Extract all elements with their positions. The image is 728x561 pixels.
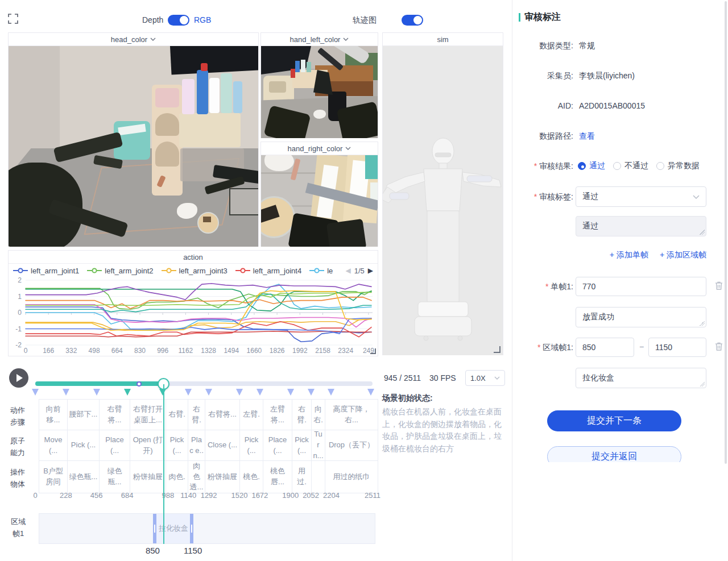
step-marker[interactable]: [328, 389, 334, 396]
legend-label: le: [327, 267, 333, 275]
chevron-down-icon: [494, 376, 500, 380]
speed-select[interactable]: 1.0X: [465, 370, 505, 386]
hand-left-header[interactable]: hand_left_color: [261, 33, 378, 46]
step-column-12[interactable]: 高度下降，右...Drop（丢下）用过的纸巾: [325, 400, 378, 493]
review-result-label: 审核结果:: [500, 161, 573, 172]
review-scrollbar[interactable]: [725, 1, 727, 464]
step-column-10[interactable]: 右臂.Pick (...用过.: [292, 400, 312, 493]
step-cell-skill: Place (...: [263, 430, 292, 461]
step-cell-skill: Drop（丢下）: [325, 430, 378, 461]
legend-next-icon[interactable]: ▶: [368, 267, 373, 275]
step-marker[interactable]: [236, 389, 243, 396]
delete-region-frame-icon[interactable]: [714, 342, 723, 351]
textarea-resize-icon[interactable]: [700, 230, 705, 235]
radio-selected-icon[interactable]: [578, 162, 586, 170]
step-column-7[interactable]: 右臂将...Close (...粉饼抽屉: [205, 400, 240, 493]
sim-header[interactable]: sim: [383, 33, 503, 46]
radio-icon[interactable]: [656, 162, 664, 170]
svg-text:2158: 2158: [315, 347, 330, 355]
step-marker[interactable]: [205, 389, 212, 396]
chevron-down-icon: [150, 38, 156, 41]
fullscreen-icon[interactable]: [8, 14, 18, 24]
step-cell-skill: Tur n...: [312, 430, 325, 461]
step-column-5[interactable]: 右臂.Pick (...肉色.: [166, 400, 188, 493]
review-title-accent: [519, 13, 520, 22]
step-column-4[interactable]: 右臂打开桌面上...Open (打开)粉饼抽屉: [130, 400, 166, 493]
radio-option-通过[interactable]: 通过: [578, 161, 605, 171]
legend-item-left_arm_joint4[interactable]: left_arm_joint4: [235, 267, 301, 275]
step-column-11[interactable]: 向右.Tur n...: [312, 400, 325, 493]
legend-item-le[interactable]: le: [309, 267, 333, 275]
delete-single-frame-icon[interactable]: [714, 281, 723, 290]
hand-right-video[interactable]: [261, 155, 378, 247]
region-end-input[interactable]: 1150: [648, 338, 706, 357]
submit-next-button[interactable]: 提交并下一条: [547, 410, 681, 431]
step-marker[interactable]: [287, 389, 294, 396]
review-tag-select[interactable]: 通过: [576, 186, 706, 207]
legend-item-left_arm_joint2[interactable]: left_arm_joint2: [87, 267, 153, 275]
region-frame-note[interactable]: 拉化妆盒: [576, 368, 706, 388]
add-frame-links: + 添加单帧 + 添加区域帧: [576, 250, 706, 260]
region-start-input[interactable]: 850: [576, 338, 634, 357]
radio-label: 通过: [589, 161, 605, 171]
region-track[interactable]: 拉化妆盒: [39, 513, 375, 544]
step-column-3[interactable]: 右臂将...Place (...绿色瓶...: [100, 400, 130, 493]
svg-text:-2: -2: [15, 341, 22, 349]
action-chart-plot[interactable]: 210-1-2016633249866483099611621328149416…: [9, 277, 378, 356]
legend-prev-icon[interactable]: ◀: [345, 267, 350, 275]
row-label-skill: 原子能力: [7, 435, 28, 459]
head-color-video[interactable]: [9, 46, 258, 247]
step-marker[interactable]: [32, 389, 39, 396]
radio-icon[interactable]: [613, 162, 621, 170]
powder-compact: [197, 212, 219, 234]
legend-marker-icon: [87, 268, 102, 273]
review-tag-note[interactable]: 通过: [576, 216, 706, 236]
step-column-2[interactable]: 腰部下...Pick (...绿色瓶...: [68, 400, 100, 493]
radio-option-异常数据[interactable]: 异常数据: [656, 161, 700, 171]
single-frame-note[interactable]: 放置成功: [576, 307, 706, 327]
tube-white: [301, 60, 305, 72]
data-path-link[interactable]: 查看: [579, 131, 595, 142]
depth-rgb-toggle[interactable]: [168, 15, 189, 26]
chart-legend: left_arm_joint1left_arm_joint2left_arm_j…: [9, 264, 378, 277]
svg-text:-1: -1: [15, 325, 22, 333]
frame-tick: 2511: [365, 491, 380, 500]
submit-back-button[interactable]: 提交并返回: [547, 446, 681, 462]
single-frame-input[interactable]: 770: [576, 277, 706, 296]
head-color-header[interactable]: head_color: [9, 33, 258, 46]
step-column-8[interactable]: 左臂.Pick (...桃色.: [240, 400, 263, 493]
radio-option-不通过[interactable]: 不通过: [613, 161, 648, 171]
sim-viewport[interactable]: [383, 46, 503, 355]
svg-text:1494: 1494: [224, 347, 239, 355]
playhead-line[interactable]: [163, 384, 164, 544]
step-marker[interactable]: [185, 389, 192, 396]
step-marker[interactable]: [367, 389, 374, 396]
hand-right-header[interactable]: hand_right_color: [261, 142, 378, 155]
tube-skyblue: [233, 81, 242, 113]
hand-left-video[interactable]: [261, 46, 378, 138]
step-column-6[interactable]: 右臂.Plac e..肉色透...: [188, 400, 205, 493]
submit-back-clip: 提交并返回: [547, 446, 681, 462]
svg-text:332: 332: [65, 347, 77, 355]
add-single-frame-link[interactable]: + 添加单帧: [610, 250, 648, 260]
step-marker[interactable]: [257, 389, 263, 396]
step-column-9[interactable]: 左臂将...Place (...桃色唇...: [263, 400, 292, 493]
step-marker[interactable]: [63, 389, 69, 396]
resize-handle-icon[interactable]: [494, 346, 500, 353]
step-marker[interactable]: [93, 389, 100, 396]
step-column-1[interactable]: 向前移...Move (...B户型房间: [39, 400, 68, 493]
play-button[interactable]: [9, 368, 28, 388]
textarea-resize-icon[interactable]: [700, 321, 705, 326]
legend-item-left_arm_joint3[interactable]: left_arm_joint3: [162, 267, 228, 275]
region-block[interactable]: 拉化妆盒: [153, 514, 193, 543]
step-marker[interactable]: [308, 389, 315, 396]
single-frame-dot[interactable]: [136, 381, 142, 387]
textarea-resize-icon[interactable]: [700, 381, 705, 387]
add-region-frame-link[interactable]: + 添加区域帧: [660, 250, 706, 260]
resize-handle-icon[interactable]: [370, 348, 376, 354]
svg-text:2324: 2324: [338, 347, 353, 355]
step-marker[interactable]: [124, 389, 131, 396]
legend-item-left_arm_joint1[interactable]: left_arm_joint1: [13, 267, 79, 275]
trajectory-toggle[interactable]: [402, 15, 423, 26]
fps-label: 30 FPS: [429, 373, 456, 383]
